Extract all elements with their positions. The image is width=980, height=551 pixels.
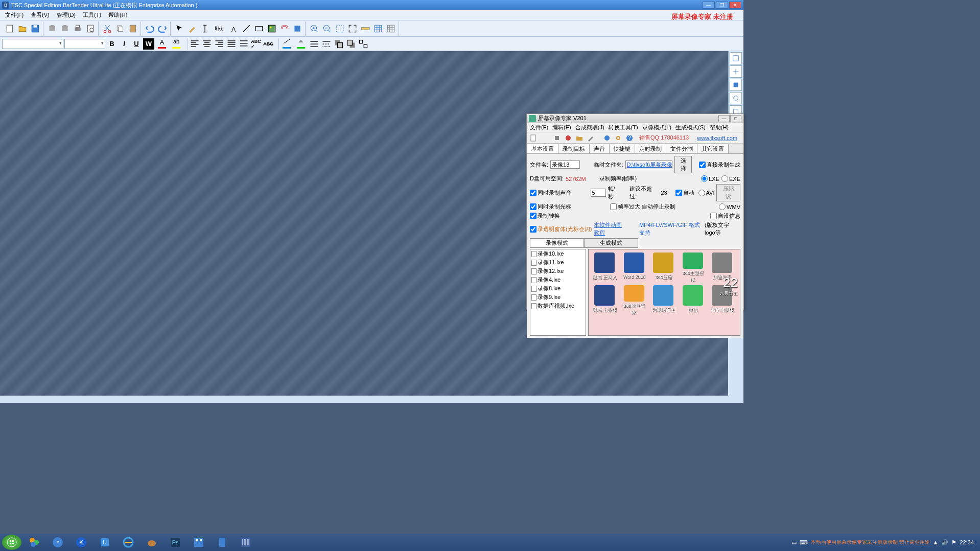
- selfinfo-checkbox[interactable]: [710, 213, 717, 219]
- close-button[interactable]: ✕: [729, 2, 741, 9]
- grid-snap-button[interactable]: [385, 22, 397, 35]
- rec-globe-icon[interactable]: [602, 133, 612, 143]
- maximize-button[interactable]: ❐: [716, 2, 728, 9]
- rec-menu-generate[interactable]: 生成模式(S): [673, 123, 708, 132]
- rec-menu-file[interactable]: 文件(F): [528, 123, 550, 132]
- recorder-maximize-button[interactable]: □: [730, 115, 741, 122]
- desktop-icon[interactable]: 360压缩: [650, 252, 676, 283]
- rec-menu-compose[interactable]: 合成截取(J): [573, 123, 606, 132]
- tray-icon-1[interactable]: ▲: [933, 539, 939, 545]
- task-item-3[interactable]: K: [71, 535, 92, 550]
- print-button[interactable]: [72, 22, 84, 35]
- align-right-button[interactable]: [214, 38, 225, 50]
- font-color-button[interactable]: A: [155, 38, 169, 50]
- task-item-ie[interactable]: [118, 535, 139, 550]
- desktop-icon[interactable]: 魔域 上头版: [592, 285, 617, 316]
- inverse-button[interactable]: W: [143, 38, 154, 50]
- task-item-1[interactable]: [24, 535, 45, 550]
- tab-basic[interactable]: 基本设置: [527, 144, 558, 153]
- rec-new-icon[interactable]: [529, 133, 538, 143]
- fps-input[interactable]: [591, 189, 606, 197]
- record-sound-checkbox[interactable]: [530, 190, 536, 196]
- menu-help[interactable]: 帮助(H): [105, 10, 130, 20]
- line-color-button[interactable]: [280, 38, 293, 50]
- file-item[interactable]: 录像10.lxe: [530, 249, 586, 258]
- rfid-tool[interactable]: [278, 22, 291, 35]
- save-button[interactable]: [29, 22, 41, 35]
- filename-input[interactable]: [550, 160, 580, 169]
- picture-tool[interactable]: [266, 22, 278, 35]
- font-family-combo[interactable]: [2, 39, 63, 49]
- database-button[interactable]: [46, 22, 58, 35]
- side-tool-1[interactable]: [730, 52, 742, 64]
- rec-stop-icon[interactable]: [552, 133, 562, 143]
- menu-manage[interactable]: 管理(D): [54, 10, 79, 20]
- mode-tab-generate[interactable]: 生成模式: [584, 238, 638, 248]
- rec-url-link[interactable]: www.tlxsoft.com: [697, 135, 737, 141]
- select-folder-button[interactable]: 选择: [674, 156, 692, 173]
- recorder-minimize-button[interactable]: —: [718, 115, 730, 122]
- bold-button[interactable]: B: [106, 38, 118, 50]
- side-tool-4[interactable]: [730, 92, 742, 104]
- tab-target[interactable]: 录制目标: [558, 144, 590, 153]
- line-tool[interactable]: [240, 22, 252, 35]
- file-item[interactable]: 数据库视频.lxe: [530, 302, 586, 310]
- ruler-button[interactable]: [359, 22, 371, 35]
- task-item-2[interactable]: *: [47, 535, 68, 550]
- shape-tool[interactable]: [253, 22, 265, 35]
- highlight-button[interactable]: ab: [170, 38, 183, 50]
- side-tool-2[interactable]: [730, 65, 742, 78]
- copy-button[interactable]: [114, 22, 126, 35]
- line-weight-button[interactable]: [309, 38, 320, 50]
- rec-menu-convert[interactable]: 转换工具(T): [606, 123, 640, 132]
- tutorial-link[interactable]: 本软件动画教程: [594, 221, 627, 237]
- desktop-icon[interactable]: 微信: [680, 285, 706, 316]
- desktop-icon[interactable]: 为期盼面主: [650, 285, 676, 316]
- print-preview-button[interactable]: [84, 22, 97, 35]
- undo-button[interactable]: [144, 22, 156, 35]
- bring-front-button[interactable]: [345, 38, 357, 50]
- fmt-avi-radio[interactable]: [698, 190, 705, 196]
- file-item[interactable]: 录像4.lxe: [530, 276, 586, 284]
- zoom-selection-button[interactable]: [334, 22, 346, 35]
- distribute-button[interactable]: [238, 38, 249, 50]
- mode-tab-record[interactable]: 录像模式: [530, 238, 584, 248]
- desktop-icon[interactable]: Word 2016: [621, 252, 647, 283]
- desktop-icon[interactable]: 魔域 正网入: [592, 252, 617, 283]
- zoom-in-button[interactable]: [308, 22, 320, 35]
- rec-menu-help[interactable]: 帮助(H): [708, 123, 731, 132]
- rec-pencil-icon[interactable]: [586, 133, 595, 143]
- rec-menu-record[interactable]: 录像模式(L): [640, 123, 673, 132]
- tab-timer[interactable]: 定时录制: [635, 144, 666, 153]
- rec-menu-edit[interactable]: 编辑(E): [550, 123, 573, 132]
- open-button[interactable]: [16, 22, 29, 35]
- fmt-exe-radio[interactable]: [721, 175, 728, 182]
- brush-tool[interactable]: [186, 22, 198, 35]
- cut-button[interactable]: [101, 22, 113, 35]
- fmt-wmv-radio[interactable]: [719, 203, 726, 210]
- encoder-tool[interactable]: [291, 22, 304, 35]
- database-connect-button[interactable]: [59, 22, 71, 35]
- zoom-fit-button[interactable]: [346, 22, 359, 35]
- record-transparent-checkbox[interactable]: [530, 226, 536, 233]
- menu-file[interactable]: 文件(F): [2, 10, 27, 20]
- desktop-icon[interactable]: 360主题壁纸: [680, 252, 706, 283]
- recorder-filelist[interactable]: 录像10.lxe录像11.lxe录像12.lxe录像4.lxe录像8.lxe录像…: [530, 249, 586, 336]
- menu-tools[interactable]: 工具(T): [80, 10, 104, 20]
- file-item[interactable]: 录像12.lxe: [530, 267, 586, 276]
- grid-button[interactable]: [372, 22, 384, 35]
- auto-checkbox[interactable]: [675, 190, 682, 196]
- spellcheck-button[interactable]: ABC✓: [250, 38, 262, 50]
- start-button[interactable]: [2, 535, 21, 550]
- tempfolder-link[interactable]: D:\tlxsoft\屏幕录像专家: [625, 160, 673, 169]
- record-transform-checkbox[interactable]: [530, 213, 536, 219]
- tray-lang-icon[interactable]: ▭: [791, 539, 797, 546]
- tray-keyboard-icon[interactable]: ⌨: [800, 539, 808, 546]
- file-item[interactable]: 录像11.lxe: [530, 258, 586, 267]
- tab-split[interactable]: 文件分割: [666, 144, 697, 153]
- barcode-tool[interactable]: 123: [212, 22, 227, 35]
- group-button[interactable]: [358, 38, 369, 50]
- tray-clock[interactable]: 22:34: [960, 539, 974, 545]
- align-left-button[interactable]: [189, 38, 200, 50]
- redo-button[interactable]: [156, 22, 169, 35]
